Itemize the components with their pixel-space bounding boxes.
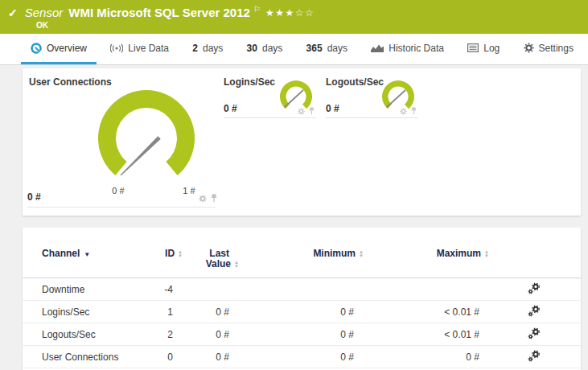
channel-id: 0: [130, 346, 173, 368]
table-row: Logouts/Sec 2 0 # 0 # < 0.01 #: [23, 323, 581, 346]
tab-30-days[interactable]: 30 days: [237, 34, 293, 64]
channel-last-value: 0 #: [173, 301, 229, 323]
gauge-needle: [121, 136, 161, 175]
channels-panel: Channel▼ ID▲▼ Last Value▲▼ Minimum▲▼ Max…: [23, 228, 581, 370]
channel-last-value: 0 #: [173, 346, 229, 368]
channel-last-value: [173, 278, 229, 301]
tile-divider: [27, 207, 216, 208]
table-row: Downtime -4: [23, 278, 581, 301]
sort-icon: ▲▼: [178, 250, 183, 257]
channel-minimum: 0 #: [229, 346, 354, 368]
column-header-last-value-line1: Last: [209, 248, 229, 259]
channel-settings-icon[interactable]: [528, 327, 541, 339]
column-header-maximum-label: Maximum: [437, 248, 481, 259]
column-header-minimum[interactable]: Minimum▲▼: [229, 228, 354, 278]
area-chart-icon: [371, 43, 384, 53]
sorted-desc-icon: ▼: [84, 251, 90, 258]
tab-bar: Overview Live Data 2 days 30 days 365 da…: [0, 34, 588, 65]
gauges-panel: User Connections 0 # 1 # 0 # Logins/Sec …: [23, 68, 581, 216]
gauge-needle: [285, 90, 304, 108]
tab-2-days[interactable]: 2 days: [183, 34, 232, 64]
column-header-minimum-label: Minimum: [313, 248, 356, 259]
primary-gauge-value: 0 #: [27, 191, 41, 203]
tab-settings[interactable]: Settings: [514, 34, 583, 64]
table-row: Logins/Sec 1 0 # 0 # < 0.01 #: [23, 301, 581, 323]
tab-2-days-number: 2: [192, 43, 198, 54]
flag-icon[interactable]: ⚐: [253, 6, 261, 14]
logins-gauge-title: Logins/Sec: [224, 76, 275, 88]
gear-icon: [524, 43, 534, 53]
channel-minimum: [229, 278, 354, 301]
status-check-icon: ✓: [8, 6, 18, 20]
user-connections-gauge: [90, 88, 203, 185]
status-badge: OK: [36, 21, 48, 30]
tab-historic-data[interactable]: Historic Data: [361, 34, 454, 64]
star-rating[interactable]: ★★★☆☆: [265, 7, 315, 18]
channel-settings-icon[interactable]: [528, 305, 541, 317]
channel-last-value: 0 #: [173, 323, 229, 346]
tab-30-days-label: days: [262, 43, 282, 54]
channel-maximum: < 0.01 #: [354, 323, 479, 346]
gear-icon[interactable]: [400, 108, 407, 115]
logouts-gauge-title: Logouts/Sec: [326, 76, 384, 88]
channel-id: -4: [130, 278, 173, 301]
tab-30-days-number: 30: [247, 43, 257, 54]
logouts-gauge-value: 0 #: [326, 103, 339, 114]
column-header-last-value-line2: Value: [206, 258, 231, 269]
column-header-id[interactable]: ID▲▼: [130, 228, 173, 278]
tab-overview-label: Overview: [47, 43, 87, 54]
pin-icon[interactable]: [309, 107, 315, 115]
column-header-channel-label: Channel: [42, 248, 80, 259]
log-list-icon: [467, 43, 479, 52]
channel-id: 2: [130, 323, 173, 346]
channel-name: Logouts/Sec: [23, 323, 130, 346]
column-header-maximum[interactable]: Maximum▲▼: [354, 228, 479, 278]
pin-icon[interactable]: [211, 194, 217, 203]
channel-settings-icon[interactable]: [528, 350, 541, 362]
tab-historic-data-label: Historic Data: [389, 43, 444, 54]
logins-gauge-tile: Logins/Sec 0 #: [224, 76, 316, 118]
tab-log-label: Log: [483, 43, 500, 54]
column-header-edit: [479, 228, 581, 278]
gear-icon[interactable]: [199, 195, 207, 203]
tab-live-data[interactable]: Live Data: [101, 34, 179, 64]
sensor-type-label: Sensor: [25, 6, 64, 20]
channel-minimum: 0 #: [229, 323, 354, 346]
tab-365-days-number: 365: [306, 43, 323, 54]
sort-icon: ▲▼: [484, 250, 489, 257]
sort-icon: ▲▼: [359, 250, 364, 257]
gauge-icon: [31, 43, 42, 54]
tab-365-days[interactable]: 365 days: [297, 34, 357, 64]
logouts-gauge-tile: Logouts/Sec 0 #: [326, 76, 418, 118]
broadcast-icon: [110, 43, 123, 53]
channel-minimum: 0 #: [229, 301, 354, 323]
channel-name: Downtime: [23, 278, 130, 301]
gauge-scale-min: 0 #: [105, 186, 132, 195]
channel-name: User Connections: [23, 346, 130, 368]
sort-icon: ▲▼: [234, 261, 239, 268]
column-header-channel[interactable]: Channel▼: [23, 228, 130, 278]
tab-live-data-label: Live Data: [128, 43, 169, 54]
primary-gauge-title: User Connections: [29, 76, 112, 88]
channel-name: Logins/Sec: [23, 301, 130, 323]
tab-2-days-label: days: [203, 43, 223, 54]
channel-id: 1: [130, 301, 173, 323]
column-header-id-label: ID: [165, 248, 175, 259]
sensor-header: ✓ Sensor WMI Microsoft SQL Server 2012 ⚐…: [0, 0, 588, 34]
channel-maximum: < 0.01 #: [354, 301, 479, 323]
table-row: User Connections 0 0 # 0 # 0 #: [23, 346, 581, 368]
gear-icon[interactable]: [298, 108, 305, 115]
tab-log[interactable]: Log: [458, 34, 509, 64]
pin-icon[interactable]: [411, 107, 417, 115]
tab-settings-label: Settings: [539, 43, 574, 54]
sensor-name: WMI Microsoft SQL Server 2012: [68, 6, 250, 20]
channel-settings-icon[interactable]: [528, 282, 541, 294]
channel-maximum: 0 #: [354, 346, 479, 368]
channel-table: Channel▼ ID▲▼ Last Value▲▼ Minimum▲▼ Max…: [23, 228, 581, 368]
tab-overview[interactable]: Overview: [21, 34, 97, 64]
logins-gauge-value: 0 #: [224, 103, 237, 114]
tab-365-days-label: days: [327, 43, 347, 54]
gauge-needle: [387, 90, 406, 108]
channel-maximum: [354, 278, 479, 301]
